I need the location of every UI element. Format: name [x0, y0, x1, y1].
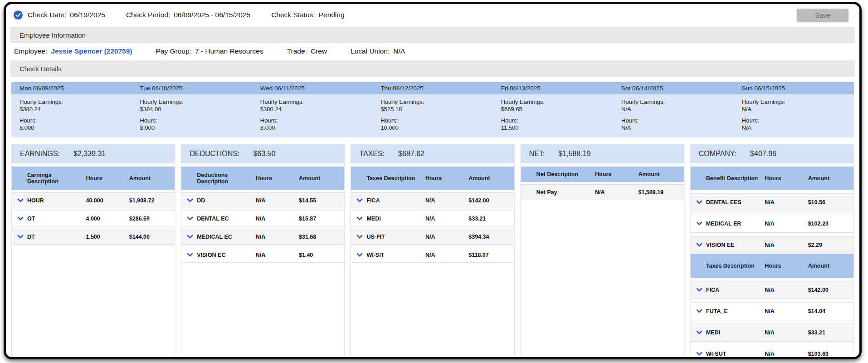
row-hours: N/A — [595, 189, 638, 196]
verified-badge-icon — [13, 10, 23, 20]
row-hours: N/A — [765, 308, 808, 314]
chevron-down-icon[interactable] — [696, 200, 702, 205]
table-row: MEDICAL ER N/A $102.23 — [691, 215, 853, 233]
hours-label: Hours: — [140, 117, 252, 124]
column-header-hours: Hours — [86, 175, 129, 182]
row-description: MEDICAL ER — [706, 221, 741, 227]
hours-value: 8.000 — [140, 124, 252, 132]
column-header-description: Taxes Description — [351, 175, 425, 182]
trade-value: Crew — [311, 47, 327, 55]
row-hours: N/A — [425, 197, 468, 204]
row-description: OT — [27, 216, 35, 222]
chevron-down-icon[interactable] — [187, 216, 193, 221]
row-hours: N/A — [765, 199, 808, 206]
table-row: DD N/A $14.55 — [181, 192, 344, 208]
day-values-sun: Hourly Earnings: N/A Hours: N/A — [734, 98, 854, 132]
row-hours: N/A — [765, 287, 808, 293]
column-header-amount: Amount — [808, 175, 853, 182]
hourly-earnings-label: Hourly Earnings: — [260, 98, 372, 106]
chevron-down-icon[interactable] — [696, 352, 702, 356]
earnings-summary: EARNINGS: $2,339.31 — [12, 144, 175, 163]
row-description: FUTA_E — [706, 308, 728, 314]
hours-value: 11.500 — [501, 124, 613, 132]
check-date-label: Check Date: — [28, 11, 66, 19]
net-table-header: Net Description Hours Amount — [521, 167, 684, 182]
hours-label: Hours: — [20, 117, 132, 124]
hourly-earnings-label: Hourly Earnings: — [501, 98, 613, 106]
chevron-down-icon[interactable] — [696, 221, 702, 226]
column-header-amount: Amount — [638, 171, 683, 177]
chevron-down-icon[interactable] — [17, 198, 24, 203]
employee-info-row: Employee: Jessie Spencer (220759) Pay Gr… — [6, 43, 859, 59]
chevron-down-icon[interactable] — [17, 235, 24, 239]
row-description: DD — [197, 197, 205, 204]
day-values-wed: Hourly Earnings: $380.24 Hours: 8.000 — [252, 98, 372, 132]
employee-field: Employee: Jessie Spencer (220759) — [14, 47, 132, 55]
row-hours: 4.000 — [86, 216, 129, 222]
column-header-hours: Hours — [765, 175, 808, 182]
row-amount: $142.00 — [468, 197, 514, 204]
row-description: DENTAL EC — [197, 216, 229, 222]
chevron-down-icon[interactable] — [696, 288, 702, 292]
company-title: COMPANY: — [699, 150, 736, 158]
employee-name-link[interactable]: Jessie Spencer (220759) — [51, 47, 132, 55]
chevron-down-icon[interactable] — [187, 253, 193, 257]
check-details-section-header: Check Details — [10, 60, 855, 77]
row-hours: 40.000 — [86, 197, 129, 204]
hours-value: 10.000 — [380, 124, 493, 132]
chevron-down-icon[interactable] — [696, 243, 702, 247]
row-description: MEDI — [706, 329, 720, 336]
local-union-label: Local Union: — [351, 47, 390, 55]
hourly-earnings-label: Hourly Earnings: — [742, 98, 854, 106]
hourly-earnings-value: N/A — [742, 106, 854, 113]
day-values-sat: Hourly Earnings: N/A Hours: N/A — [613, 98, 733, 132]
day-values-fri: Hourly Earnings: $669.65 Hours: 11.500 — [493, 98, 613, 132]
chevron-down-icon[interactable] — [187, 235, 193, 239]
column-header-description: Benefit Description — [691, 175, 765, 182]
hourly-earnings-value: $384.00 — [140, 106, 252, 113]
table-row: DT 1.500 $144.00 — [12, 229, 175, 245]
column-header-amount: Amount — [468, 175, 514, 182]
row-amount: $102.23 — [808, 221, 853, 227]
chevron-down-icon[interactable] — [696, 330, 702, 335]
check-status-value: Pending — [319, 11, 345, 19]
company-benefits-table-header: Benefit Description Hours Amount — [691, 167, 853, 190]
chevron-down-icon[interactable] — [356, 198, 363, 203]
hourly-earnings-value: N/A — [621, 106, 733, 113]
check-breakdown-panels: EARNINGS: $2,339.31 Earnings Description… — [11, 144, 854, 359]
chevron-down-icon[interactable] — [356, 216, 363, 221]
chevron-down-icon[interactable] — [696, 309, 702, 314]
row-hours: 1.500 — [86, 234, 129, 240]
chevron-down-icon[interactable] — [17, 216, 24, 221]
column-header-description: Taxes Description — [691, 263, 765, 269]
deductions-total: $63.50 — [253, 150, 275, 158]
taxes-table: Taxes Description Hours Amount FICA N/A … — [351, 167, 514, 263]
row-amount: $10.56 — [808, 199, 853, 206]
column-header-description: Deductions Description — [181, 172, 255, 185]
check-date-field: Check Date: 06/19/2025 — [28, 11, 105, 19]
check-period-label: Check Period: — [126, 11, 170, 19]
day-values-thu: Hourly Earnings: $525.18 Hours: 10.000 — [372, 98, 493, 132]
table-row: MEDI N/A $33.21 — [691, 324, 853, 342]
earnings-panel: EARNINGS: $2,339.31 Earnings Description… — [11, 144, 175, 359]
local-union-field: Local Union: N/A — [351, 47, 405, 55]
employee-information-section-header: Employee Information — [10, 27, 855, 43]
chevron-down-icon[interactable] — [356, 235, 363, 239]
table-row: DENTAL EC N/A $15.87 — [181, 211, 344, 226]
day-header-sun: Sun 06/15/2025 — [734, 85, 854, 92]
net-title: NET: — [529, 150, 545, 158]
trade-label: Trade: — [287, 47, 307, 55]
check-status-label: Check Status: — [271, 11, 315, 19]
save-button[interactable]: Save — [797, 9, 848, 22]
chevron-down-icon[interactable] — [356, 253, 363, 257]
row-amount: $14.04 — [808, 308, 853, 314]
table-row: FICA N/A $142.00 — [351, 192, 514, 208]
row-description: MEDI — [366, 216, 380, 222]
employee-information-title: Employee Information — [20, 31, 86, 39]
row-hours: N/A — [256, 216, 299, 222]
taxes-table-header: Taxes Description Hours Amount — [351, 167, 514, 190]
table-row: Net Pay N/A $1,588.19 — [521, 184, 684, 200]
chevron-down-icon[interactable] — [187, 198, 193, 203]
hourly-earnings-label: Hourly Earnings: — [380, 98, 493, 106]
company-summary: COMPANY: $407.96 — [691, 144, 853, 163]
